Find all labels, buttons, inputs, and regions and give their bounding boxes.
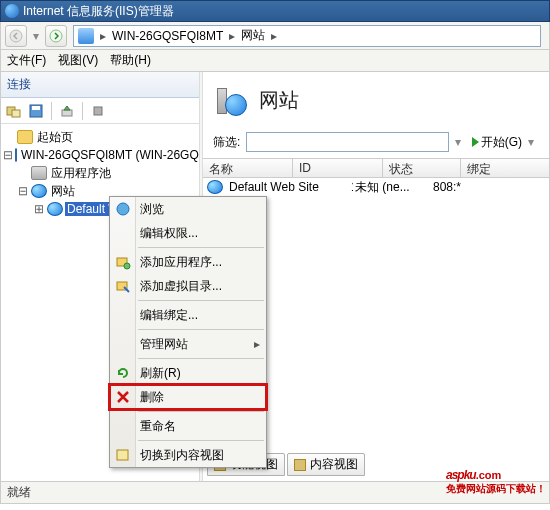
col-name[interactable]: 名称 [203, 159, 293, 177]
ctx-rename[interactable]: 重命名 [110, 414, 266, 438]
col-state[interactable]: 状态 [383, 159, 461, 177]
ctx-manage-site[interactable]: 管理网站 ▸ [110, 332, 266, 356]
filter-row: 筛选: ▾ 开始(G) ▾ [203, 132, 549, 158]
tree-start-page[interactable]: 起始页 [1, 128, 199, 146]
website-icon [207, 180, 223, 194]
content-view-icon [114, 446, 132, 464]
cell-bind: 808:* [431, 180, 549, 194]
ctx-separator [138, 300, 264, 301]
ctx-add-virtual-dir[interactable]: 添加虚拟目录... [110, 274, 266, 298]
breadcrumb[interactable]: ▸ WIN-26GQSFQI8MT ▸ 网站 ▸ [73, 25, 541, 47]
ctx-label: 添加应用程序... [140, 254, 222, 271]
save-icon[interactable] [27, 102, 45, 120]
connect-icon[interactable] [5, 102, 23, 120]
window-title: Internet 信息服务(IIS)管理器 [23, 3, 174, 20]
tab-label: 内容视图 [310, 456, 358, 473]
menu-help[interactable]: 帮助(H) [110, 52, 151, 69]
ctx-separator [138, 358, 264, 359]
ctx-refresh[interactable]: 刷新(R) [110, 361, 266, 385]
ctx-separator [138, 440, 264, 441]
tree-label: 应用程序池 [49, 165, 113, 182]
menu-file[interactable]: 文件(F) [7, 52, 46, 69]
go-button[interactable]: 开始(G) ▾ [467, 132, 539, 152]
expand-icon[interactable]: ⊞ [33, 202, 45, 216]
play-icon [472, 137, 479, 147]
collapse-icon[interactable]: ⊟ [3, 148, 13, 162]
list-header: 名称 ID 状态 绑定 [203, 158, 549, 178]
tree-label: 网站 [49, 183, 77, 200]
ctx-label: 重命名 [140, 418, 176, 435]
col-bind[interactable]: 绑定 [461, 159, 549, 177]
submenu-arrow-icon: ▸ [254, 337, 260, 351]
website-icon [47, 202, 63, 216]
add-vdir-icon [114, 277, 132, 295]
iis-icon [5, 4, 19, 18]
toolbar-separator [51, 102, 52, 120]
context-menu: 浏览 编辑权限... 添加应用程序... 添加虚拟目录... 编辑绑定... 管… [109, 196, 267, 468]
ctx-label: 删除 [140, 389, 164, 406]
ctx-browse[interactable]: 浏览 [110, 197, 266, 221]
stop-icon[interactable] [89, 102, 107, 120]
svg-rect-6 [62, 110, 72, 116]
go-label: 开始(G) [481, 134, 522, 151]
chevron-right-icon: ▸ [269, 29, 279, 43]
content-header: 网站 [203, 72, 549, 132]
ctx-edit-permissions[interactable]: 编辑权限... [110, 221, 266, 245]
connections-title: 连接 [1, 72, 199, 98]
filter-input[interactable] [246, 132, 448, 152]
svg-point-10 [124, 263, 130, 269]
home-icon [17, 130, 33, 144]
tree-label: 起始页 [35, 129, 75, 146]
filter-label: 筛选: [213, 134, 240, 151]
svg-point-1 [50, 30, 62, 42]
svg-rect-3 [12, 110, 20, 117]
tree-app-pools[interactable]: 应用程序池 [1, 164, 199, 182]
back-button[interactable] [5, 25, 27, 47]
forward-button[interactable] [45, 25, 67, 47]
breadcrumb-root-icon [78, 28, 94, 44]
status-bar: 就绪 [0, 482, 550, 504]
ctx-label: 浏览 [140, 201, 164, 218]
back-history-dropdown[interactable]: ▾ [29, 25, 43, 47]
menu-view[interactable]: 视图(V) [58, 52, 98, 69]
svg-point-0 [10, 30, 22, 42]
ctx-separator [138, 411, 264, 412]
ctx-label: 管理网站 [140, 336, 188, 353]
ctx-delete[interactable]: 删除 [110, 385, 266, 409]
breadcrumb-server[interactable]: WIN-26GQSFQI8MT [108, 29, 227, 43]
up-icon[interactable] [58, 102, 76, 120]
refresh-icon [114, 364, 132, 382]
ctx-label: 切换到内容视图 [140, 447, 224, 464]
svg-point-8 [117, 203, 129, 215]
ctx-label: 刷新(R) [140, 365, 181, 382]
browse-icon [114, 200, 132, 218]
ctx-add-application[interactable]: 添加应用程序... [110, 250, 266, 274]
app-pools-icon [31, 166, 47, 180]
tree-label: WIN-26GQSFQI8MT (WIN-26GQS [19, 148, 199, 162]
window-titlebar: Internet 信息服务(IIS)管理器 [0, 0, 550, 22]
collapse-icon[interactable]: ⊟ [17, 184, 29, 198]
ctx-switch-content-view[interactable]: 切换到内容视图 [110, 443, 266, 467]
cell-name: Default Web Site [227, 180, 349, 194]
cell-state: 未知 (ne... [353, 179, 431, 196]
ctx-separator [138, 329, 264, 330]
server-icon [15, 148, 17, 162]
tree-server[interactable]: ⊟ WIN-26GQSFQI8MT (WIN-26GQS [1, 146, 199, 164]
list-item[interactable]: Default Web Site 1 未知 (ne... 808:* [203, 178, 549, 196]
ctx-edit-bindings[interactable]: 编辑绑定... [110, 303, 266, 327]
connections-toolbar [1, 98, 199, 124]
tab-content-view[interactable]: 内容视图 [287, 453, 365, 476]
ctx-separator [138, 247, 264, 248]
sites-icon [31, 184, 47, 198]
delete-icon [114, 388, 132, 406]
content-icon [294, 459, 306, 471]
page-title: 网站 [259, 87, 299, 114]
ctx-label: 编辑绑定... [140, 307, 198, 324]
add-app-icon [114, 253, 132, 271]
col-id[interactable]: ID [293, 159, 383, 177]
status-text: 就绪 [7, 484, 31, 501]
svg-rect-5 [32, 106, 40, 110]
chevron-right-icon: ▸ [227, 29, 237, 43]
breadcrumb-sites[interactable]: 网站 [237, 27, 269, 44]
main-area: 连接 起始页 ⊟ WIN-26GQSFQI8MT (WIN-26GQS [0, 72, 550, 482]
